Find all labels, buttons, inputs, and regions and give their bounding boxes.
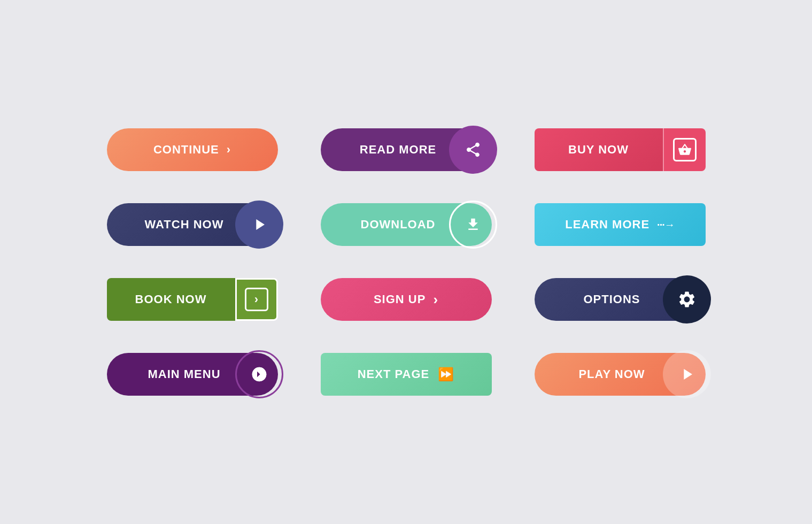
- continue-arrow-icon: ›: [227, 143, 231, 157]
- next-page-arrow-icon: ⏩: [438, 367, 454, 382]
- read-more-button[interactable]: READ MORE: [321, 128, 492, 171]
- options-button[interactable]: OPTIONS: [535, 278, 706, 321]
- buy-now-cart-icon: [663, 128, 706, 171]
- main-menu-arrow-icon: [235, 350, 283, 398]
- watch-now-button[interactable]: WATCH NOW: [107, 203, 278, 246]
- download-arrow-icon: [449, 201, 497, 249]
- book-now-label: BOOK NOW: [135, 292, 207, 306]
- book-now-label-area: BOOK NOW: [107, 278, 235, 321]
- sign-up-label: SIGN UP: [374, 292, 426, 306]
- main-menu-button[interactable]: MAIN MENU: [107, 353, 278, 396]
- download-button[interactable]: DOWNLOAD: [321, 203, 492, 246]
- book-now-button[interactable]: BOOK NOW ›: [107, 278, 278, 321]
- learn-more-label: LEARN MORE: [565, 218, 649, 232]
- sign-up-arrow-icon: ›: [433, 291, 438, 308]
- learn-more-arrow-icon: ···→: [657, 219, 675, 231]
- read-more-share-icon: [449, 126, 497, 174]
- buy-now-button[interactable]: BUY NOW: [535, 128, 706, 171]
- play-now-button[interactable]: PLAY NOW: [535, 353, 706, 396]
- buy-now-label: BUY NOW: [568, 143, 629, 157]
- sign-up-button[interactable]: SIGN UP ›: [321, 278, 492, 321]
- next-page-label: NEXT PAGE: [358, 367, 430, 381]
- continue-button[interactable]: CONTINUE ›: [107, 128, 278, 171]
- watch-now-play-icon: [235, 201, 283, 249]
- book-now-arrow-icon: ›: [235, 278, 278, 321]
- learn-more-button[interactable]: LEARN MORE ···→: [535, 203, 706, 246]
- next-page-button[interactable]: NEXT PAGE ⏩: [321, 353, 492, 396]
- play-now-play-icon: [663, 350, 711, 398]
- continue-label: CONTINUE: [153, 143, 219, 157]
- buy-now-label-area: BUY NOW: [535, 128, 663, 171]
- options-gear-icon: [663, 275, 711, 323]
